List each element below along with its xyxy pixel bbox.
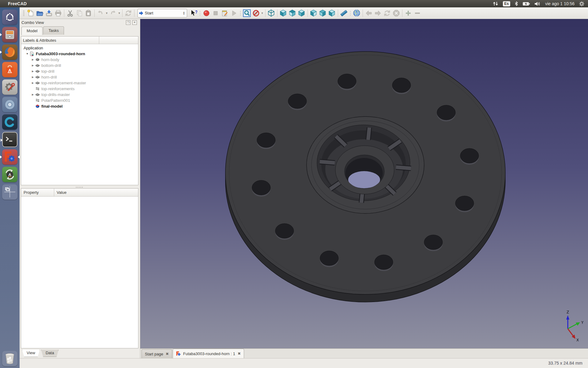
tree-item[interactable]: ▶ top-drill [21, 68, 138, 74]
redo-button[interactable] [108, 9, 118, 18]
dash-home-button[interactable] [2, 10, 17, 25]
view-bottom-button[interactable] [318, 9, 327, 18]
draw-style-dropdown-arrow[interactable]: ▼ [261, 12, 264, 15]
bluetooth-icon[interactable] [515, 1, 518, 6]
view-front-button[interactable] [279, 9, 288, 18]
top-system-bar: FreeCAD Es vie ago 1 10:56 [0, 0, 588, 7]
web-browser-button[interactable] [352, 9, 361, 18]
tree-item[interactable]: PolarPattern001 [21, 98, 138, 103]
workspace-switcher-button[interactable] [2, 184, 17, 200]
expander-closed-icon[interactable]: ▶ [31, 70, 35, 73]
chromium-button[interactable] [2, 97, 17, 112]
value-column-header[interactable]: Value [54, 189, 138, 196]
tree-item[interactable]: top-reinforcements [21, 86, 138, 92]
undo-button[interactable] [96, 9, 105, 18]
expander-closed-icon[interactable]: ▶ [31, 76, 35, 79]
tree-item[interactable]: ▶ horn-body [21, 57, 138, 63]
tree-item[interactable]: ▶ top-reinforcement-master [21, 80, 138, 86]
ubuntu-software-button[interactable]: A [2, 62, 17, 77]
nav-stop-button[interactable] [392, 9, 401, 18]
draw-style-button[interactable] [251, 9, 261, 18]
software-updater-button[interactable]: A [2, 167, 17, 182]
servo-horn-model[interactable] [140, 19, 588, 348]
workbench-value: Start [145, 11, 183, 15]
zoom-in-button[interactable] [404, 9, 413, 18]
tab-tasks[interactable]: Tasks [43, 26, 64, 35]
measure-distance-button[interactable] [339, 9, 349, 18]
toolbar-grip[interactable] [23, 10, 24, 17]
tab-model[interactable]: Model [21, 27, 43, 35]
view-rear-button[interactable] [309, 9, 318, 18]
whats-this-button[interactable]: ? [189, 9, 198, 18]
expander-open-icon[interactable]: ▼ [25, 52, 29, 55]
view-axonometric-button[interactable] [267, 9, 276, 18]
software-bag-icon: A [5, 65, 15, 75]
session-gear-icon[interactable] [579, 1, 584, 6]
network-icon[interactable] [493, 2, 498, 6]
refresh-button[interactable] [124, 9, 133, 18]
c-editor-button[interactable] [2, 114, 17, 130]
trash-button[interactable] [2, 351, 17, 366]
expander-closed-icon[interactable]: ▶ [31, 58, 35, 61]
zoom-out-button[interactable] [413, 9, 422, 18]
tab-document[interactable]: Futaba3003-rounded-horn : 1 ✖ [173, 349, 244, 358]
property-column-header[interactable]: Property [21, 189, 54, 196]
workbench-selector[interactable]: Start ▲▼ [138, 9, 187, 17]
close-tab-icon[interactable]: ✖ [238, 351, 241, 356]
nav-forward-button[interactable] [373, 9, 383, 18]
toolbar-handle [199, 10, 201, 16]
view-top-button[interactable] [288, 9, 297, 18]
fit-all-button[interactable] [242, 9, 251, 18]
tree-item[interactable]: ▶ horn-drill [21, 74, 138, 80]
tree-header-label[interactable]: Labels & Attributes [21, 36, 99, 44]
clock[interactable]: vie ago 1 10:56 [545, 1, 575, 6]
battery-icon[interactable] [522, 2, 530, 6]
terminal-button[interactable] [2, 132, 17, 147]
open-button[interactable] [35, 9, 44, 18]
copy-button[interactable] [75, 9, 84, 18]
view-right-button[interactable] [297, 9, 306, 18]
undo-dropdown-arrow[interactable]: ▼ [105, 12, 108, 15]
tree-item-application[interactable]: Application [21, 45, 138, 51]
redo-dropdown-arrow[interactable]: ▼ [118, 12, 121, 15]
freecad-button[interactable] [2, 149, 17, 165]
tree-item-final-model[interactable]: final-model [21, 103, 138, 109]
nav-refresh-button[interactable] [383, 9, 392, 18]
nav-back-button[interactable] [364, 9, 373, 18]
tab-view[interactable]: View [22, 350, 40, 357]
paste-button[interactable] [84, 9, 93, 18]
sound-icon[interactable] [534, 2, 541, 6]
panel-close-icon[interactable]: ✕ [132, 20, 137, 25]
macro-stop-icon [212, 10, 219, 17]
panel-splitter[interactable] [21, 186, 138, 188]
tab-data[interactable]: Data [41, 350, 58, 357]
macro-stop-button[interactable] [211, 9, 220, 18]
new-document-button[interactable] [26, 9, 35, 18]
keyboard-layout-indicator[interactable]: Es [503, 1, 511, 6]
expander-closed-icon[interactable]: ▶ [31, 82, 35, 84]
macro-record-button[interactable] [202, 9, 211, 18]
firefox-button[interactable] [2, 44, 17, 60]
file-manager-button[interactable] [2, 27, 17, 42]
close-tab-icon[interactable]: ✖ [166, 352, 169, 356]
macro-execute-button[interactable] [229, 9, 239, 18]
cut-button[interactable] [66, 9, 75, 18]
tab-start-page[interactable]: Start page ✖ [141, 349, 172, 358]
expander-closed-icon[interactable]: ▶ [31, 93, 35, 96]
draw-style-icon [252, 10, 260, 17]
panel-float-icon[interactable]: ❐ [126, 20, 130, 25]
tree-item[interactable]: ▶ bottom-drill [21, 63, 138, 68]
tree-item[interactable]: ▶ top-drills-master [21, 92, 138, 98]
view-left-button[interactable] [327, 9, 337, 18]
trash-icon [4, 352, 16, 365]
toolbar-separator [265, 10, 266, 17]
expander-closed-icon[interactable]: ▶ [31, 64, 35, 67]
system-settings-button[interactable] [2, 79, 17, 95]
freecad-doc-icon [176, 351, 181, 356]
print-button[interactable] [54, 9, 63, 18]
save-button[interactable] [44, 9, 54, 18]
macro-edit-button[interactable] [220, 9, 229, 18]
stop-octagon-icon [393, 10, 400, 17]
3d-viewport[interactable]: Z Y X [140, 19, 588, 348]
tree-item-document[interactable]: ▼ Futaba3003-rounded-horn [21, 51, 138, 57]
